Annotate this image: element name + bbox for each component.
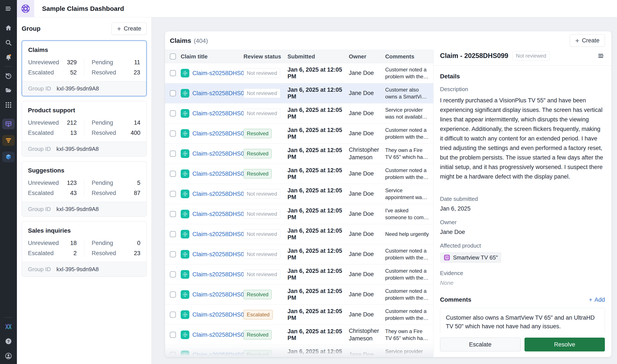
table-row[interactable]: Claim-s20258DHS098 Resolved Jan 6, 2025 … [165, 124, 433, 144]
table-rows: Claim-s20258DHS098 Not reviewed Jan 6, 2… [165, 63, 433, 357]
table-row[interactable]: Claim-s20258DHS098 Not reviewed Jan 6, 2… [165, 63, 433, 83]
files-icon[interactable] [3, 85, 14, 95]
stat-label: Pending [92, 59, 113, 66]
claim-title-link[interactable]: Claim-s20258DHS098 [192, 150, 244, 157]
app-root: ? Sample Claims Dashboard Group + Create [0, 0, 617, 364]
escalate-button[interactable]: Escalate [440, 338, 521, 351]
table-row[interactable]: Claim-s20258DHS098 Not reviewed Jan 6, 2… [165, 224, 433, 244]
row-checkbox[interactable] [170, 231, 176, 237]
column-header-comments[interactable]: Comments [385, 53, 433, 60]
claim-icon [181, 290, 189, 299]
owner-cell: Jane Doe [349, 311, 385, 318]
cube-icon[interactable] [2, 152, 15, 162]
affected-product-chip[interactable]: Smartview TV 65" [440, 252, 501, 263]
status-badge: Escalated [244, 310, 273, 319]
row-checkbox[interactable] [170, 312, 176, 318]
dashboard-icon[interactable] [2, 118, 15, 130]
collapse-panel-icon[interactable] [598, 52, 605, 60]
add-comment-button[interactable]: + Add [589, 297, 605, 303]
row-checkbox[interactable] [170, 110, 176, 117]
table-row[interactable]: Claim-s20258DHS098 Not reviewed Jan 6, 2… [165, 184, 433, 204]
claim-title-link[interactable]: Claim-s20258DHS098 [192, 130, 244, 137]
svg-text:?: ? [7, 339, 10, 344]
select-all-checkbox[interactable] [170, 53, 176, 60]
submitted-cell: Jan 6, 2025 at 12:05 PM [288, 328, 349, 341]
row-checkbox[interactable] [170, 171, 176, 177]
claim-title-link[interactable]: Claim-s20258DHS098 [192, 90, 244, 97]
claim-title-link[interactable]: Claim-s20258DHS098 [192, 70, 244, 77]
group-id-value: kxl-395-9sdn9A8 [56, 266, 99, 273]
notifications-icon[interactable] [3, 52, 14, 62]
table-row[interactable]: Claim-s20258DHS098 Resolved Jan 6, 2025 … [165, 144, 433, 164]
group-card-sales-inquiries[interactable]: Sales inquiries Unreviewed18 Escalated2 … [22, 221, 147, 277]
funnel-icon[interactable] [2, 135, 15, 146]
comments-section-title: Comments [440, 296, 471, 303]
table-row[interactable]: Claim-s20258DHS098 Not reviewed Jan 6, 2… [165, 244, 433, 264]
row-checkbox[interactable] [170, 251, 176, 257]
claim-title-link[interactable]: Claim-s20258DHS098 [192, 231, 244, 238]
table-row[interactable]: Claim-s20258DHS098 Resolved Jan 6, 2025 … [165, 345, 433, 357]
account-icon[interactable] [3, 351, 14, 361]
claims-list-title: Claims(404) [170, 37, 208, 44]
claim-title-link[interactable]: Claim-s20258DHS098 [192, 271, 244, 278]
evidence-value: None [440, 280, 605, 286]
search-icon[interactable] [3, 38, 14, 48]
claim-title-link[interactable]: Claim-s20258DHS098 [192, 352, 244, 357]
group-card-product-support[interactable]: Product support Unreviewed212 Escalated1… [22, 101, 147, 156]
help-icon[interactable]: ? [3, 336, 14, 346]
table-row[interactable]: Claim-s20258DHS098 Not reviewed Jan 6, 2… [165, 204, 433, 224]
apps-grid-icon[interactable] [3, 100, 14, 110]
home-icon[interactable] [3, 23, 14, 33]
table-row[interactable]: Claim-s20258DHS098 Not reviewed Jan 6, 2… [165, 264, 433, 285]
sidebar-toggle-icon[interactable] [3, 4, 14, 14]
row-checkbox[interactable] [170, 271, 176, 277]
app-logo[interactable] [17, 0, 34, 17]
claims-card: Claims(404) + Create Claim title [165, 31, 611, 357]
group-create-button[interactable]: + Create [111, 23, 147, 35]
claim-title-link[interactable]: Claim-s20258DHS098 [192, 110, 244, 117]
status-badge: Resolved [244, 330, 272, 339]
table-row[interactable]: Claim-s20258DHS098 Resolved Jan 6, 2025 … [165, 164, 433, 184]
brand-logo-icon[interactable] [3, 322, 14, 332]
table-row[interactable]: Claim-s20258DHS098 Escalated Jan 6, 2025… [165, 305, 433, 325]
column-header-review-status[interactable]: Review status [244, 53, 288, 60]
table-row-selected[interactable]: Claim-s20258DHS098 Not reviewed Jan 6, 2… [165, 83, 433, 104]
table-row[interactable]: Claim-s20258DHS098 Not reviewed Jan 6, 2… [165, 104, 433, 124]
row-checkbox[interactable] [170, 130, 176, 137]
history-icon[interactable] [3, 71, 14, 80]
table-row[interactable]: Claim-s20258DHS098 Resolved Jan 6, 2025 … [165, 285, 433, 305]
claim-title-link[interactable]: Claim-s20258DHS098 [192, 332, 244, 338]
table-row[interactable]: Claim-s20258DHS098 Resolved Jan 6, 2025 … [165, 325, 433, 345]
claim-create-button[interactable]: + Create [570, 34, 605, 47]
column-header-owner[interactable]: Owner [349, 53, 385, 60]
claim-title-link[interactable]: Claim-s20258DHS098 [192, 312, 244, 318]
row-checkbox[interactable] [170, 211, 176, 217]
owner-cell: Jane Doe [349, 210, 385, 218]
column-header-submitted[interactable]: Submitted [288, 53, 349, 60]
resolve-button[interactable]: Resolve [524, 338, 605, 351]
affected-product-label: Affected product [440, 242, 605, 249]
status-badge: Not reviewed [244, 209, 280, 219]
claim-title-link[interactable]: Claim-s20258DHS098 [192, 251, 244, 258]
row-checkbox[interactable] [170, 191, 176, 197]
row-checkbox[interactable] [170, 70, 176, 76]
claim-title-link[interactable]: Claim-s20258DHS098 [192, 191, 244, 197]
row-checkbox[interactable] [170, 291, 176, 298]
row-checkbox[interactable] [170, 90, 176, 96]
rail-divider [5, 66, 12, 67]
claim-title-link[interactable]: Claim-s20258DHS098 [192, 211, 244, 218]
group-id-value: kxl-395-9sdn9A8 [57, 85, 99, 92]
rail-divider-bottom [5, 317, 12, 318]
group-card-title: Sales inquiries [28, 227, 140, 234]
stat-label: Unreviewed [28, 119, 59, 126]
owner-cell: Jane Doe [349, 190, 385, 198]
row-checkbox[interactable] [170, 352, 176, 357]
group-card-claims[interactable]: Claims Unreviewed329 Escalated52 Pending… [22, 40, 147, 96]
claim-title-link[interactable]: Claim-s20258DHS098 [192, 170, 244, 177]
column-header-claim-title[interactable]: Claim title [181, 53, 244, 60]
group-card-suggestions[interactable]: Suggestions Unreviewed123 Escalated43 Pe… [22, 161, 147, 217]
row-checkbox[interactable] [170, 151, 176, 157]
claim-title-link[interactable]: Claim-s20258DHS098 [192, 291, 244, 298]
group-id-label: Group ID [28, 85, 51, 92]
row-checkbox[interactable] [170, 332, 176, 338]
